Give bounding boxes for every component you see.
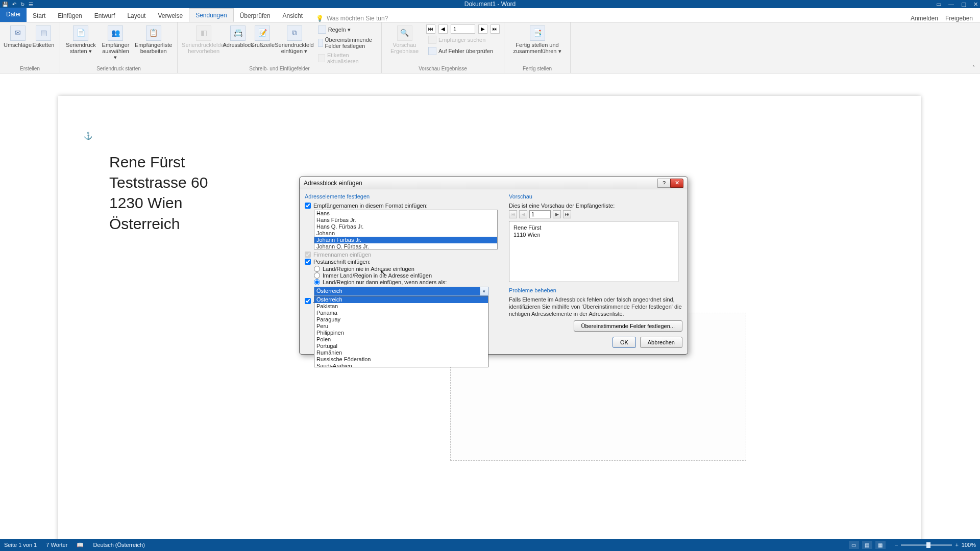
ribbon-options-icon[interactable]: ▭ <box>936 1 941 8</box>
dialog-close-button[interactable]: ✕ <box>670 179 683 188</box>
country-always-radio[interactable]: Immer Land/Region in die Adresse einfüge… <box>314 272 503 279</box>
preview-prev-button[interactable]: ◀ <box>519 210 527 218</box>
country-option[interactable]: Polen <box>314 336 488 343</box>
quick-access-toolbar: 💾 ↶ ↻ ☰ <box>2 2 33 7</box>
tab-mailings[interactable]: Sendungen <box>189 8 233 22</box>
country-dropdown[interactable]: Österreich Pakistan Panama Paraguay Peru… <box>314 296 488 367</box>
word-count[interactable]: 7 Wörter <box>46 542 67 548</box>
country-option[interactable]: Portugal <box>314 343 488 349</box>
country-combobox[interactable]: Österreich ▾ Österreich Pakistan Panama … <box>314 287 488 296</box>
zoom-percentage[interactable]: 100% <box>962 542 976 548</box>
name-format-listbox[interactable]: Hans Hans Fürbas Jr. Hans Q. Fürbas Jr. … <box>314 210 498 249</box>
address-block-button[interactable]: 📇 Adressblock <box>226 24 250 49</box>
country-only-if-radio-input[interactable] <box>314 279 320 285</box>
country-option[interactable]: Paraguay <box>314 316 488 323</box>
proofing-icon[interactable]: 📖 <box>77 542 84 548</box>
postal-address-checkbox[interactable]: Postanschrift einfügen: <box>305 259 503 265</box>
chevron-down-icon[interactable]: ▾ <box>480 287 488 295</box>
dialog-help-button[interactable]: ? <box>657 179 671 188</box>
country-option[interactable]: Saudi-Arabien <box>314 363 488 367</box>
tell-me-search[interactable]: 💡 Was möchten Sie tun? <box>316 15 388 22</box>
insert-merge-field-button[interactable]: ⧉ Seriendruckfeld einfügen ▾ <box>275 24 313 55</box>
zoom-in-button[interactable]: + <box>955 542 958 548</box>
country-always-radio-input[interactable] <box>314 272 320 279</box>
document-text[interactable]: Rene Fürst Teststrasse 60 1230 Wien Öste… <box>109 152 208 234</box>
window-title: Dokument1 - Word <box>464 1 516 8</box>
section-elements-title: Adresselemente festlegen <box>305 193 503 199</box>
country-option[interactable]: Panama <box>314 310 488 316</box>
recipient-name-checkbox[interactable]: Empfängernamen in diesem Format einfügen… <box>305 203 503 209</box>
web-layout-icon[interactable]: ▦ <box>875 541 886 549</box>
list-item[interactable]: Johann <box>314 230 497 237</box>
preview-record-input[interactable] <box>529 210 551 218</box>
zoom-slider[interactable] <box>901 544 952 546</box>
last-record-button[interactable]: ⏭ <box>491 24 500 34</box>
country-option[interactable]: Pakistan <box>314 303 488 310</box>
group-create-label: Erstellen <box>0 66 60 71</box>
highlight-fields-button: ◧ Seriendruckfelder hervorheben <box>182 24 226 55</box>
list-item[interactable]: Johann Q. Fürbas Jr. <box>314 243 497 249</box>
start-mail-merge-button[interactable]: 📄 Seriendruck starten ▾ <box>64 24 97 55</box>
format-by-country-checkbox-input[interactable] <box>305 298 311 304</box>
maximize-icon[interactable]: ▢ <box>961 1 966 8</box>
zoom-out-button[interactable]: − <box>895 542 898 548</box>
country-only-if-radio[interactable]: Land/Region nur dann einfügen, wenn ande… <box>314 279 503 285</box>
list-item[interactable]: Hans <box>314 210 497 217</box>
cancel-button[interactable]: Abbrechen <box>640 337 682 348</box>
sign-in-link[interactable]: Anmelden <box>911 15 938 22</box>
edit-recipients-button[interactable]: 📋 Empfängerliste bearbeiten <box>134 24 173 55</box>
ok-button[interactable]: OK <box>612 337 636 348</box>
rules-button[interactable]: Regeln ▾ <box>316 24 377 35</box>
country-option[interactable]: Philippinen <box>314 330 488 336</box>
finish-merge-button[interactable]: 📑 Fertig stellen und zusammenführen ▾ <box>508 24 566 55</box>
minimize-icon[interactable]: — <box>948 1 954 8</box>
tab-insert[interactable]: Einfügen <box>52 9 88 22</box>
select-recipients-button[interactable]: 👥 Empfänger auswählen ▾ <box>97 24 134 61</box>
list-item[interactable]: Hans Fürbas Jr. <box>314 217 497 223</box>
list-item[interactable]: Hans Q. Fürbas Jr. <box>314 223 497 230</box>
country-option[interactable]: Österreich <box>314 296 488 303</box>
recipient-name-checkbox-input[interactable] <box>305 203 311 209</box>
save-icon[interactable]: 💾 <box>2 2 8 7</box>
postal-address-checkbox-input[interactable] <box>305 259 311 265</box>
zoom-slider-thumb[interactable] <box>926 542 930 548</box>
check-errors-button[interactable]: Auf Fehler überprüfen <box>426 46 500 56</box>
tab-file[interactable]: Datei <box>0 8 27 22</box>
match-fields-button[interactable]: Übereinstimmende Felder festlegen <box>316 36 377 50</box>
country-option[interactable]: Peru <box>314 323 488 330</box>
first-record-button[interactable]: ⏮ <box>426 24 435 34</box>
tab-layout[interactable]: Layout <box>121 9 152 22</box>
preview-first-button[interactable]: ⏮ <box>509 210 517 218</box>
redo-icon[interactable]: ↻ <box>20 2 24 7</box>
collapse-ribbon-icon[interactable]: ˄ <box>972 65 975 70</box>
labels-label: Etiketten <box>33 42 55 48</box>
dialog-titlebar[interactable]: Adressblock einfügen ? ✕ <box>300 177 688 189</box>
tab-view[interactable]: Ansicht <box>277 9 309 22</box>
tab-design[interactable]: Entwurf <box>88 9 121 22</box>
list-item-selected[interactable]: Johann Fürbas Jr. <box>314 237 497 243</box>
preview-next-button[interactable]: ▶ <box>553 210 561 218</box>
greeting-line-button[interactable]: 📝 Grußzeile <box>250 24 275 49</box>
match-fields-dialog-button[interactable]: Übereinstimmende Felder festlegen... <box>574 320 682 332</box>
preview-last-button[interactable]: ⏭ <box>563 210 571 218</box>
undo-icon[interactable]: ↶ <box>12 2 16 7</box>
labels-button[interactable]: ▤ Etiketten <box>31 24 56 49</box>
tab-start[interactable]: Start <box>27 9 52 22</box>
share-button[interactable]: Freigeben <box>945 15 973 22</box>
envelopes-button[interactable]: ✉ Umschläge <box>4 24 31 49</box>
country-option[interactable]: Russische Föderation <box>314 356 488 363</box>
print-layout-icon[interactable]: ▤ <box>862 541 872 549</box>
prev-record-button[interactable]: ◀ <box>438 24 448 34</box>
tab-references[interactable]: Verweise <box>152 9 189 22</box>
read-mode-icon[interactable]: ▭ <box>849 541 859 549</box>
page-indicator[interactable]: Seite 1 von 1 <box>4 542 37 548</box>
country-never-radio[interactable]: Land/Region nie in Adresse einfügen <box>314 266 503 272</box>
tab-review[interactable]: Überprüfen <box>234 9 277 22</box>
close-window-icon[interactable]: ✕ <box>973 1 978 8</box>
country-never-radio-input[interactable] <box>314 266 320 272</box>
touch-mode-icon[interactable]: ☰ <box>29 2 33 7</box>
next-record-button[interactable]: ▶ <box>478 24 487 34</box>
language-indicator[interactable]: Deutsch (Österreich) <box>93 542 144 548</box>
record-number-input[interactable] <box>451 24 475 34</box>
country-option[interactable]: Rumänien <box>314 349 488 356</box>
